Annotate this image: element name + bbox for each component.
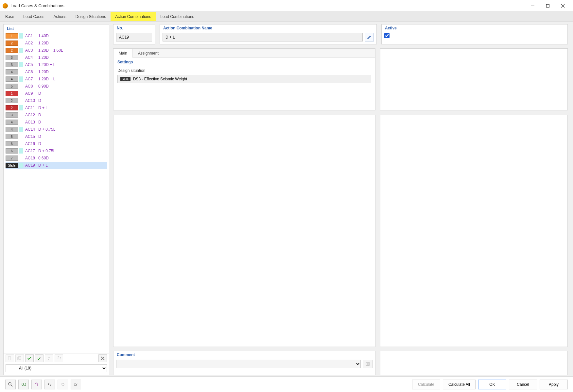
list-row[interactable]: 6AC17D + 0.75L <box>6 147 107 155</box>
tab-actions[interactable]: Actions <box>49 12 71 21</box>
mid-left-blank-panel <box>113 115 375 347</box>
row-badge: 3 <box>6 112 18 118</box>
maximize-button[interactable] <box>540 1 555 11</box>
row-ac: AC12 <box>25 113 38 117</box>
list-row[interactable]: 5AC15D <box>6 133 107 140</box>
comment-select[interactable] <box>116 360 361 368</box>
function-icon[interactable]: fx <box>71 380 81 389</box>
zoom-icon[interactable] <box>5 380 16 389</box>
row-desc: 1.20D <box>38 70 107 74</box>
ds-label: Design situation <box>117 68 371 73</box>
link-icon[interactable] <box>44 380 55 389</box>
row-chip <box>19 41 23 46</box>
row-chip <box>19 55 23 60</box>
row-desc: 1.20D + 1.60L <box>38 48 107 53</box>
row-badge: 7 <box>6 155 18 161</box>
list-row[interactable]: 3AC51.20D + L <box>6 61 107 68</box>
list-row[interactable]: 2AC10D <box>6 97 107 104</box>
row-desc: D <box>38 141 107 146</box>
svg-point-14 <box>9 383 11 385</box>
sort-icon[interactable]: 2↕ <box>55 354 63 362</box>
swap-icon[interactable] <box>45 354 53 362</box>
name-card: Action Combination Name <box>160 24 377 44</box>
list-row[interactable]: 3AC12D <box>6 111 107 119</box>
row-badge: 4 <box>6 127 18 132</box>
row-ac: AC2 <box>25 41 38 45</box>
cancel-button[interactable]: Cancel <box>509 380 537 389</box>
name-input[interactable] <box>163 33 363 41</box>
ds-value-field[interactable]: SE/E DS3 - Effective Seismic Weight <box>117 75 371 83</box>
active-checkbox[interactable] <box>384 33 390 38</box>
row-chip <box>19 91 23 96</box>
list-row[interactable]: SE/EAC19D + L <box>6 162 107 169</box>
footer: 0.00 fx Calculate Calculate All OK Cance… <box>0 376 573 392</box>
structure-icon[interactable] <box>31 380 42 389</box>
list-row[interactable]: 4AC13D <box>6 119 107 126</box>
ok-button[interactable]: OK <box>478 380 506 389</box>
row-chip <box>19 141 23 146</box>
subtab-main[interactable]: Main <box>113 49 133 58</box>
subtab-assignment[interactable]: Assignment <box>133 49 164 57</box>
list-body[interactable]: 1AC11.40D2AC21.20D2AC31.20D + 1.60L3AC41… <box>4 32 109 353</box>
tab-load-combinations[interactable]: Load Combinations <box>156 12 199 21</box>
edit-name-icon[interactable] <box>365 33 374 41</box>
list-row[interactable]: 7AC180.60D <box>6 155 107 162</box>
list-row[interactable]: 1AC11.40D <box>6 32 107 40</box>
row-desc: 1.20D <box>38 41 107 45</box>
tab-action-combinations[interactable]: Action Combinations <box>111 12 156 21</box>
row-badge: 2 <box>6 41 18 46</box>
row-ac: AC10 <box>25 98 38 103</box>
list-row[interactable]: 4AC14D + 0.75L <box>6 126 107 133</box>
row-ac: AC3 <box>25 48 38 53</box>
ds-text: DS3 - Effective Seismic Weight <box>133 77 187 81</box>
row-badge: 5 <box>6 134 18 139</box>
row-badge: 3 <box>6 62 18 67</box>
list-row[interactable]: 4AC61.20D <box>6 68 107 75</box>
units-icon[interactable]: 0.00 <box>18 380 29 389</box>
no-input[interactable] <box>116 33 152 41</box>
list-row[interactable]: 6AC16D <box>6 140 107 147</box>
check-links-icon[interactable] <box>35 354 43 362</box>
refresh-icon[interactable] <box>58 380 68 389</box>
check-green-icon[interactable] <box>25 354 34 362</box>
svg-text:2↕: 2↕ <box>57 356 61 360</box>
tab-base[interactable]: Base <box>1 12 19 21</box>
new-icon[interactable] <box>6 354 14 362</box>
minimize-button[interactable] <box>525 1 540 11</box>
row-badge: SE/E <box>6 163 18 168</box>
row-ac: AC17 <box>25 149 38 153</box>
row-desc: D + L <box>38 106 107 110</box>
row-desc: 1.20D <box>38 55 107 60</box>
row-chip <box>19 134 23 139</box>
tab-load-cases[interactable]: Load Cases <box>19 12 49 21</box>
bottom-right-blank-panel <box>380 351 568 375</box>
active-label: Active <box>382 24 567 32</box>
close-button[interactable] <box>555 1 570 11</box>
comment-pick-icon[interactable] <box>363 360 373 368</box>
row-badge: 4 <box>6 76 18 82</box>
tab-design-situations[interactable]: Design Situations <box>71 12 111 21</box>
apply-button[interactable]: Apply <box>540 380 568 389</box>
copy-icon[interactable] <box>15 354 24 362</box>
row-badge: 2 <box>6 98 18 103</box>
delete-icon[interactable] <box>98 354 107 362</box>
calculate-button[interactable]: Calculate <box>412 380 440 389</box>
list-row[interactable]: 3AC41.20D <box>6 54 107 61</box>
comment-card: Comment <box>113 351 375 375</box>
list-row[interactable]: 5AC80.90D <box>6 83 107 90</box>
row-desc: D <box>38 98 107 103</box>
svg-text:fx: fx <box>74 382 78 387</box>
row-desc: 1.20D + L <box>38 62 107 67</box>
list-row[interactable]: 2AC21.20D <box>6 40 107 47</box>
row-ac: AC8 <box>25 84 38 89</box>
list-row[interactable]: 2AC11D + L <box>6 104 107 111</box>
calculate-all-button[interactable]: Calculate All <box>443 380 476 389</box>
list-row[interactable]: 4AC71.20D + L <box>6 75 107 83</box>
row-ac: AC9 <box>25 91 38 96</box>
row-desc: D <box>38 113 107 117</box>
list-row[interactable]: 2AC31.20D + 1.60L <box>6 47 107 54</box>
list-row[interactable]: 1AC9D <box>6 90 107 97</box>
list-filter-select[interactable]: All (19) <box>6 364 107 372</box>
row-chip <box>19 62 23 67</box>
comment-label: Comment <box>113 351 375 358</box>
